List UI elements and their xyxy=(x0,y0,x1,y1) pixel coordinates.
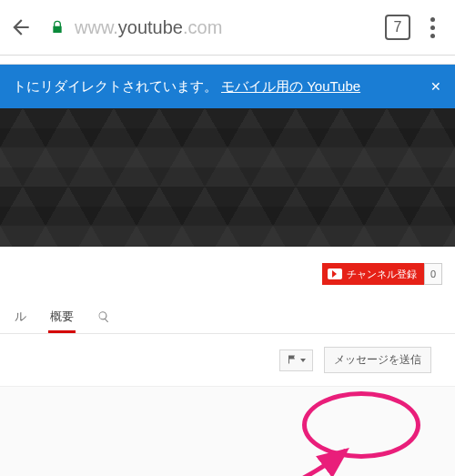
tab-about[interactable]: 概要 xyxy=(48,299,76,332)
youtube-icon xyxy=(328,268,342,279)
tab-cut[interactable]: ル xyxy=(13,299,28,332)
url-text: www.youtube.com xyxy=(75,17,222,38)
search-icon[interactable] xyxy=(96,301,112,330)
redirect-banner: トにリダイレクトされています。 モバイル用の YouTube ✕ xyxy=(0,65,455,108)
page-content: トにリダイレクトされています。 モバイル用の YouTube ✕ チャンネル登録… xyxy=(0,56,455,476)
send-message-button[interactable]: メッセージを送信 xyxy=(324,347,431,373)
lock-icon xyxy=(49,19,66,35)
channel-actions: メッセージを送信 xyxy=(0,334,455,387)
overflow-menu-icon[interactable] xyxy=(427,14,439,42)
subscriber-count: 0 xyxy=(424,263,442,285)
banner-pattern xyxy=(0,108,455,247)
url-host: youtube xyxy=(118,17,183,37)
tab-count: 7 xyxy=(394,19,402,35)
flag-button[interactable] xyxy=(279,349,313,371)
url-bar[interactable]: www.youtube.com xyxy=(49,7,369,47)
annotation-arrow xyxy=(209,438,373,476)
tab-switcher[interactable]: 7 xyxy=(385,15,410,40)
browser-toolbar: www.youtube.com 7 xyxy=(0,0,455,55)
chevron-down-icon xyxy=(300,359,306,362)
flag-icon xyxy=(287,354,298,367)
banner-text: トにリダイレクトされています。 xyxy=(13,78,217,96)
subscribe-label: チャンネル登録 xyxy=(347,268,417,281)
url-scheme: www. xyxy=(75,17,118,37)
back-icon[interactable] xyxy=(9,15,33,39)
close-icon[interactable]: ✕ xyxy=(428,78,444,95)
page-top-spacer xyxy=(0,56,455,65)
subscribe-row: チャンネル登録 0 xyxy=(0,247,455,298)
subscribe-button[interactable]: チャンネル登録 0 xyxy=(322,263,442,285)
url-tld: .com xyxy=(183,17,222,37)
channel-banner xyxy=(0,108,455,247)
channel-tabs: ル 概要 xyxy=(0,298,455,334)
subscribe-red: チャンネル登録 xyxy=(322,263,424,285)
banner-link[interactable]: モバイル用の YouTube xyxy=(221,78,360,96)
